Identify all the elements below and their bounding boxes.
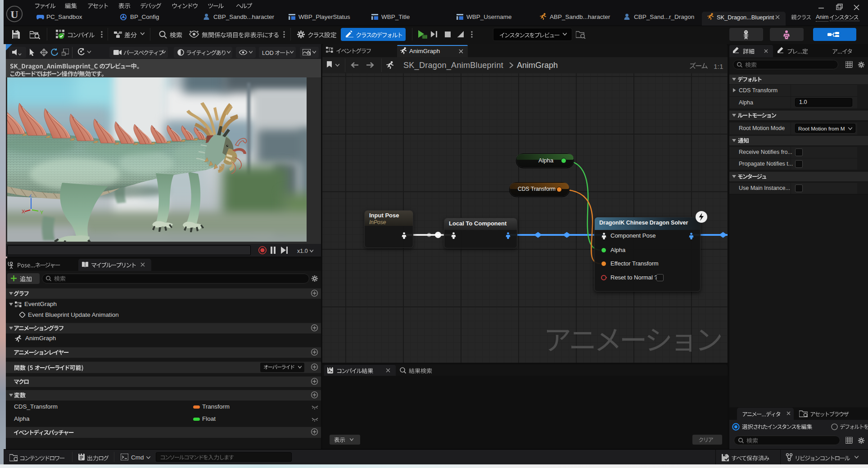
svg-text:Y: Y: [40, 210, 44, 215]
svg-text:Z: Z: [29, 194, 32, 198]
svg-text:U: U: [10, 9, 18, 20]
svg-text:X: X: [22, 209, 25, 214]
